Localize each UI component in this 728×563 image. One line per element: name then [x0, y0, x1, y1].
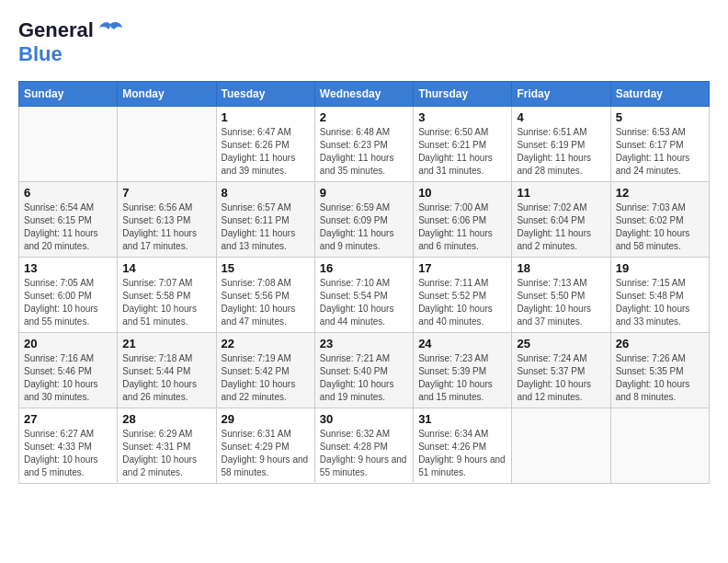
col-header-thursday: Thursday: [414, 82, 512, 107]
day-info: Sunrise: 7:18 AMSunset: 5:44 PMDaylight:…: [122, 352, 210, 404]
day-info: Sunrise: 6:51 AMSunset: 6:19 PMDaylight:…: [517, 126, 605, 178]
day-number: 26: [616, 337, 704, 350]
calendar-cell: 11Sunrise: 7:02 AMSunset: 6:04 PMDayligh…: [512, 182, 610, 258]
day-number: 16: [320, 261, 408, 275]
logo-bird-icon: [97, 20, 123, 40]
calendar-cell: 15Sunrise: 7:08 AMSunset: 5:56 PMDayligh…: [216, 258, 314, 333]
day-number: 21: [122, 337, 210, 350]
calendar-cell: 21Sunrise: 7:18 AMSunset: 5:44 PMDayligh…: [118, 333, 216, 408]
day-number: 6: [24, 186, 112, 200]
day-info: Sunrise: 7:21 AMSunset: 5:40 PMDaylight:…: [320, 352, 408, 404]
calendar-cell: [118, 107, 216, 182]
day-number: 13: [24, 261, 112, 275]
calendar-cell: 27Sunrise: 6:27 AMSunset: 4:33 PMDayligh…: [19, 408, 118, 484]
logo-text-blue: Blue: [18, 42, 63, 65]
day-info: Sunrise: 6:54 AMSunset: 6:15 PMDaylight:…: [24, 201, 112, 253]
day-info: Sunrise: 7:03 AMSunset: 6:02 PMDaylight:…: [616, 201, 704, 253]
day-info: Sunrise: 6:59 AMSunset: 6:09 PMDaylight:…: [320, 201, 408, 253]
day-info: Sunrise: 7:13 AMSunset: 5:50 PMDaylight:…: [517, 277, 605, 328]
day-number: 31: [418, 412, 506, 426]
calendar-cell: 17Sunrise: 7:11 AMSunset: 5:52 PMDayligh…: [414, 258, 512, 333]
col-header-tuesday: Tuesday: [216, 82, 314, 107]
calendar-cell: [19, 107, 118, 182]
calendar-cell: 2Sunrise: 6:48 AMSunset: 6:23 PMDaylight…: [314, 107, 413, 182]
calendar-cell: [610, 408, 709, 484]
day-number: 2: [320, 110, 408, 124]
calendar-cell: 5Sunrise: 6:53 AMSunset: 6:17 PMDaylight…: [610, 107, 709, 182]
day-number: 14: [122, 261, 210, 275]
calendar-table: SundayMondayTuesdayWednesdayThursdayFrid…: [18, 81, 710, 484]
header-row: SundayMondayTuesdayWednesdayThursdayFrid…: [19, 82, 710, 107]
calendar-cell: 25Sunrise: 7:24 AMSunset: 5:37 PMDayligh…: [512, 333, 610, 408]
calendar-cell: 7Sunrise: 6:56 AMSunset: 6:13 PMDaylight…: [118, 182, 216, 258]
day-info: Sunrise: 7:26 AMSunset: 5:35 PMDaylight:…: [616, 352, 704, 404]
col-header-sunday: Sunday: [19, 82, 118, 107]
logo: General Blue: [18, 18, 123, 66]
day-number: 24: [418, 337, 506, 350]
day-info: Sunrise: 7:02 AMSunset: 6:04 PMDaylight:…: [517, 201, 605, 253]
day-info: Sunrise: 7:19 AMSunset: 5:42 PMDaylight:…: [222, 352, 310, 404]
calendar-cell: 19Sunrise: 7:15 AMSunset: 5:48 PMDayligh…: [610, 258, 709, 333]
day-number: 23: [320, 337, 408, 350]
day-number: 8: [222, 186, 310, 200]
calendar-cell: 3Sunrise: 6:50 AMSunset: 6:21 PMDaylight…: [414, 107, 512, 182]
day-number: 4: [517, 110, 605, 124]
day-number: 3: [418, 110, 506, 124]
week-row-5: 27Sunrise: 6:27 AMSunset: 4:33 PMDayligh…: [19, 408, 710, 484]
calendar-cell: [512, 408, 610, 484]
calendar-cell: 29Sunrise: 6:31 AMSunset: 4:29 PMDayligh…: [216, 408, 314, 484]
day-number: 17: [418, 261, 506, 275]
day-number: 22: [222, 337, 310, 350]
calendar-cell: 26Sunrise: 7:26 AMSunset: 5:35 PMDayligh…: [610, 333, 709, 408]
calendar-cell: 13Sunrise: 7:05 AMSunset: 6:00 PMDayligh…: [19, 258, 118, 333]
calendar-cell: 8Sunrise: 6:57 AMSunset: 6:11 PMDaylight…: [216, 182, 314, 258]
calendar-cell: 9Sunrise: 6:59 AMSunset: 6:09 PMDaylight…: [314, 182, 413, 258]
calendar-cell: 20Sunrise: 7:16 AMSunset: 5:46 PMDayligh…: [19, 333, 118, 408]
day-number: 29: [222, 412, 310, 426]
calendar-cell: 10Sunrise: 7:00 AMSunset: 6:06 PMDayligh…: [414, 182, 512, 258]
calendar-cell: 18Sunrise: 7:13 AMSunset: 5:50 PMDayligh…: [512, 258, 610, 333]
day-info: Sunrise: 6:32 AMSunset: 4:28 PMDaylight:…: [320, 428, 408, 479]
week-row-4: 20Sunrise: 7:16 AMSunset: 5:46 PMDayligh…: [19, 333, 710, 408]
week-row-3: 13Sunrise: 7:05 AMSunset: 6:00 PMDayligh…: [19, 258, 710, 333]
day-info: Sunrise: 6:53 AMSunset: 6:17 PMDaylight:…: [616, 126, 704, 178]
col-header-wednesday: Wednesday: [314, 82, 413, 107]
day-info: Sunrise: 6:27 AMSunset: 4:33 PMDaylight:…: [24, 428, 112, 479]
col-header-friday: Friday: [512, 82, 610, 107]
day-number: 15: [222, 261, 310, 275]
day-info: Sunrise: 6:47 AMSunset: 6:26 PMDaylight:…: [222, 126, 310, 178]
day-info: Sunrise: 6:57 AMSunset: 6:11 PMDaylight:…: [222, 201, 310, 253]
day-info: Sunrise: 7:05 AMSunset: 6:00 PMDaylight:…: [24, 277, 112, 328]
page-header: General Blue: [18, 18, 710, 66]
day-number: 28: [122, 412, 210, 426]
day-info: Sunrise: 7:11 AMSunset: 5:52 PMDaylight:…: [418, 277, 506, 328]
calendar-cell: 14Sunrise: 7:07 AMSunset: 5:58 PMDayligh…: [118, 258, 216, 333]
day-number: 1: [222, 110, 310, 124]
day-number: 9: [320, 186, 408, 200]
day-info: Sunrise: 6:48 AMSunset: 6:23 PMDaylight:…: [320, 126, 408, 178]
day-number: 25: [517, 337, 605, 350]
day-info: Sunrise: 7:16 AMSunset: 5:46 PMDaylight:…: [24, 352, 112, 404]
calendar-cell: 28Sunrise: 6:29 AMSunset: 4:31 PMDayligh…: [118, 408, 216, 484]
calendar-cell: 12Sunrise: 7:03 AMSunset: 6:02 PMDayligh…: [610, 182, 709, 258]
day-number: 19: [616, 261, 704, 275]
calendar-cell: 4Sunrise: 6:51 AMSunset: 6:19 PMDaylight…: [512, 107, 610, 182]
calendar-cell: 22Sunrise: 7:19 AMSunset: 5:42 PMDayligh…: [216, 333, 314, 408]
day-number: 27: [24, 412, 112, 426]
week-row-1: 1Sunrise: 6:47 AMSunset: 6:26 PMDaylight…: [19, 107, 710, 182]
day-info: Sunrise: 6:31 AMSunset: 4:29 PMDaylight:…: [222, 428, 310, 479]
day-number: 10: [418, 186, 506, 200]
day-info: Sunrise: 6:56 AMSunset: 6:13 PMDaylight:…: [122, 201, 210, 253]
calendar-cell: 24Sunrise: 7:23 AMSunset: 5:39 PMDayligh…: [414, 333, 512, 408]
day-number: 7: [122, 186, 210, 200]
col-header-saturday: Saturday: [610, 82, 709, 107]
day-info: Sunrise: 6:34 AMSunset: 4:26 PMDaylight:…: [418, 428, 506, 479]
day-info: Sunrise: 7:23 AMSunset: 5:39 PMDaylight:…: [418, 352, 506, 404]
day-info: Sunrise: 7:07 AMSunset: 5:58 PMDaylight:…: [122, 277, 210, 328]
calendar-cell: 16Sunrise: 7:10 AMSunset: 5:54 PMDayligh…: [314, 258, 413, 333]
day-info: Sunrise: 6:29 AMSunset: 4:31 PMDaylight:…: [122, 428, 210, 479]
day-info: Sunrise: 6:50 AMSunset: 6:21 PMDaylight:…: [418, 126, 506, 178]
logo-text-general: General: [18, 18, 94, 42]
calendar-cell: 23Sunrise: 7:21 AMSunset: 5:40 PMDayligh…: [314, 333, 413, 408]
day-info: Sunrise: 7:24 AMSunset: 5:37 PMDaylight:…: [517, 352, 605, 404]
